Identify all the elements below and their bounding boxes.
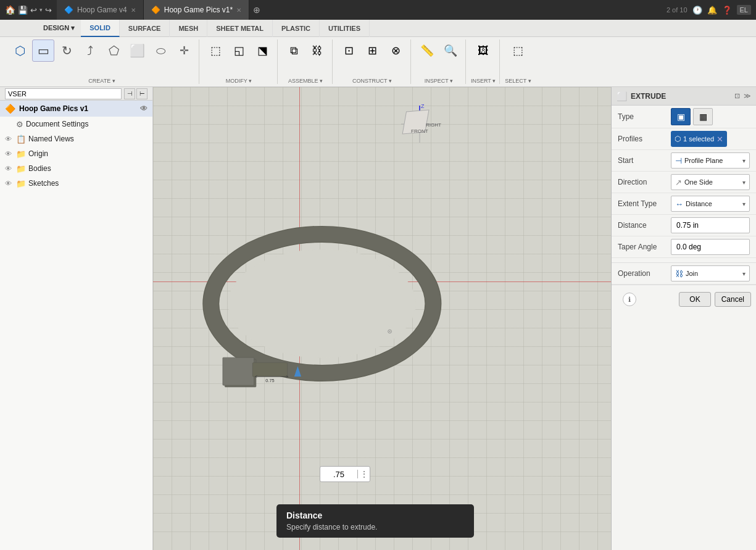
tab-utilities[interactable]: UTILITIES [320,20,370,37]
distance-input-box[interactable]: ⋮ [320,466,370,482]
toolbar-row: ⬡ ▭ ↻ ⤴ ⬠ ⬜ ⬭ [0,37,756,86]
tab-surface[interactable]: SURFACE [120,20,170,37]
tab-close-2[interactable]: ✕ [236,7,241,14]
panel-collapse-btn[interactable]: ≫ [744,92,751,100]
toolbar-modify-section: ⬚ ◱ ⬔ MODIFY ▾ [201,40,278,84]
assemble-btn2[interactable]: ⛓ [306,40,328,62]
assemble-btn1[interactable]: ⧉ [283,40,305,62]
sketches-folder-icon: 📁 [16,179,26,188]
revolve-icon: ↻ [62,43,72,58]
search-expand-btn[interactable]: ⊣ [124,88,135,99]
tab-sheet-metal[interactable]: SHEET METAL [207,20,273,37]
revolve-btn[interactable]: ↻ [56,40,78,62]
hoop-svg: 0.75 [190,124,451,501]
box-btn[interactable]: ⬜ [126,40,148,62]
visibility-icon-sketches[interactable]: 👁 [5,180,14,187]
modify-icon3: ⬔ [257,44,268,57]
viewcube[interactable]: Z FRONT RIGHT [395,99,444,149]
select-btn1[interactable]: ⬚ [507,40,529,62]
profiles-selected-value: 1 selected [683,135,714,143]
insert-label[interactable]: INSERT ▾ [471,78,496,84]
cylinder-btn[interactable]: ⬭ [149,40,172,62]
select-label[interactable]: SELECT ▾ [505,78,531,84]
undo-dropdown-icon[interactable]: ▾ [39,7,43,13]
tab-solid[interactable]: SOLID [81,20,120,37]
tree-item-bodies[interactable]: 👁 📁 Bodies [0,161,152,176]
type-control: ▣ ▦ [671,108,750,125]
modify-label[interactable]: MODIFY ▾ [226,78,252,84]
cancel-button[interactable]: Cancel [715,292,751,307]
distance-menu-btn[interactable]: ⋮ [357,470,370,478]
insert-btn1[interactable]: 🖼 [472,40,494,62]
visibility-icon-origin[interactable]: 👁 [5,150,14,157]
design-dropdown[interactable]: DESIGN ▾ [37,24,81,32]
tree-item-named-views[interactable]: 👁 📋 Named Views [0,131,152,146]
profiles-clear-btn[interactable]: ✕ [717,135,723,144]
modify-btn3[interactable]: ⬔ [251,40,273,62]
root-eye-icon[interactable]: 👁 [140,104,147,113]
tree-root-item[interactable]: 🔶 Hoop Game Pics v1 👁 [0,101,152,117]
tab-hoop-game-v4[interactable]: 🔷 Hoop Game v4 ✕ [57,0,144,20]
direction-dropdown[interactable]: ↗ One Side ▾ [671,174,750,190]
modify-btn2[interactable]: ◱ [228,40,250,62]
title-bar-left: 🏠 💾 ↩ ▾ ↪ [0,5,57,15]
help-icon[interactable]: ❓ [722,6,732,15]
origin-label: Origin [28,149,48,158]
type-btn-thin[interactable]: ▦ [693,108,713,125]
viewport[interactable]: 0.75 [153,87,611,550]
modify-btn1[interactable]: ⬚ [204,40,226,62]
extent-type-dropdown[interactable]: ↔ Distance ▾ [671,196,750,212]
new-tab-btn[interactable]: ⊕ [249,5,264,15]
toolbar-create-btns: ⬡ ▭ ↻ ⤴ ⬠ ⬜ ⬭ [9,40,195,62]
extrude-btn[interactable]: ▭ [32,40,54,62]
tree-item-doc-settings[interactable]: ⚙ Document Settings [0,117,152,131]
profiles-selected-badge[interactable]: ⬡ 1 selected ✕ [671,131,727,147]
redo-icon[interactable]: ↪ [45,6,52,15]
loft-btn[interactable]: ⬠ [102,40,125,62]
svg-rect-4 [223,357,254,385]
undo-icon[interactable]: ↩ [30,6,37,15]
distance-field[interactable]: 0.75 in [671,217,750,233]
distance-value-input[interactable] [320,470,357,479]
sweep-btn[interactable]: ⤴ [79,40,101,62]
extent-type-label: Extent Type [618,199,667,208]
extrude-icon-header: ⬜ [617,91,627,101]
search-collapse-btn[interactable]: ⊢ [136,88,147,99]
tab-mesh[interactable]: MESH [170,20,207,37]
save-icon[interactable]: 💾 [18,6,28,15]
modify-icon1: ⬚ [210,44,221,57]
svg-rect-5 [252,363,287,377]
visibility-icon-bodies[interactable]: 👁 [5,165,14,172]
tab-close-1[interactable]: ✕ [131,7,136,14]
construct-btn1[interactable]: ⊡ [338,40,360,62]
inspect-label[interactable]: INSPECT ▾ [425,78,453,84]
tree-item-origin[interactable]: 👁 📁 Origin [0,146,152,161]
start-dropdown[interactable]: ⊣ Profile Plane ▾ [671,152,750,169]
visibility-icon-views[interactable]: 👁 [5,135,14,143]
direction-label: Direction [618,178,667,186]
panel-expand-btn[interactable]: ⊡ [734,92,740,100]
ok-button[interactable]: OK [679,292,710,307]
tab-plastic[interactable]: PLASTIC [273,20,320,37]
operation-field-icon: ⛓ [675,269,683,278]
taper-angle-field[interactable]: 0.0 deg [671,239,750,255]
notification-icon[interactable]: 🔔 [707,6,717,15]
viewcube-svg: Z FRONT RIGHT [395,99,444,149]
tab-hoop-game-pics[interactable]: 🔶 Hoop Game Pics v1* ✕ [144,0,249,20]
sketch-btn[interactable]: ⬡ [9,40,31,62]
operation-dropdown[interactable]: ⛓ Join ▾ [671,265,750,281]
create-label[interactable]: CREATE ▾ [88,78,115,84]
move-btn[interactable]: ✛ [173,40,195,62]
search-input[interactable] [5,88,122,99]
info-button[interactable]: ℹ [623,293,636,306]
construct-btn2[interactable]: ⊞ [361,40,383,62]
construct-label[interactable]: CONSTRUCT ▾ [352,78,392,84]
inspect-btn2[interactable]: 🔍 [439,40,462,62]
tree-item-sketches[interactable]: 👁 📁 Sketches [0,176,152,191]
toolbar-assemble-section: ⧉ ⛓ ASSEMBLE ▾ [279,40,333,84]
construct-btn3[interactable]: ⊗ [384,40,407,62]
type-btn-solid[interactable]: ▣ [671,108,691,125]
assemble-label[interactable]: ASSEMBLE ▾ [288,78,323,84]
user-icon[interactable]: EL [737,5,751,15]
inspect-btn1[interactable]: 📏 [416,40,438,62]
